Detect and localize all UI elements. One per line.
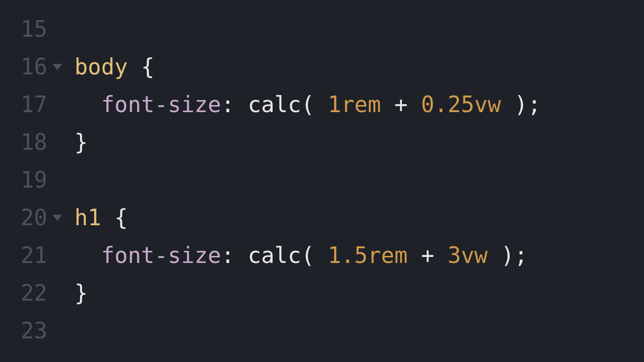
line-number-value: 23: [21, 318, 47, 343]
code-token: [314, 92, 328, 117]
code-token: 1: [328, 92, 341, 117]
code-token: vw: [474, 92, 501, 117]
code-token: rem: [368, 242, 408, 268]
code-token: (: [301, 242, 314, 268]
code-token: [501, 92, 515, 117]
code-token: [408, 242, 421, 268]
line-number: 16: [0, 48, 65, 85]
line-number-value: 22: [21, 280, 47, 306]
code-token: +: [421, 242, 435, 268]
code-token: body: [74, 54, 128, 79]
code-token: (: [301, 92, 314, 117]
code-line-content[interactable]: h1 {: [74, 207, 128, 229]
code-token: h1: [74, 205, 101, 230]
line-number: 19: [0, 161, 65, 199]
code-token: {: [141, 54, 154, 79]
code-token: [74, 242, 101, 268]
code-token: [234, 242, 248, 268]
code-token: }: [74, 129, 88, 155]
code-editor[interactable]: 151617181920212223 body { font-size: cal…: [0, 0, 644, 362]
code-token: ;: [514, 242, 528, 268]
code-line[interactable]: }: [74, 123, 644, 161]
code-line[interactable]: font-size: calc( 1.5rem + 3vw );: [74, 236, 644, 274]
code-token: }: [74, 280, 88, 306]
code-token: 3: [448, 242, 461, 268]
code-token: {: [114, 205, 128, 230]
code-token: calc: [248, 92, 301, 117]
fold-chevron-down-icon[interactable]: [52, 64, 62, 70]
line-number-value: 19: [21, 167, 47, 193]
line-number: 21: [0, 236, 65, 274]
code-token: rem: [341, 92, 381, 117]
code-token: [434, 242, 448, 268]
code-token: [381, 92, 394, 117]
line-number: 17: [0, 85, 65, 123]
code-line-content[interactable]: }: [74, 131, 88, 153]
code-area[interactable]: body { font-size: calc( 1rem + 0.25vw );…: [65, 10, 644, 362]
code-token: font-size: [101, 92, 221, 117]
code-line[interactable]: [74, 312, 644, 349]
code-token: ): [501, 242, 515, 268]
code-token: [101, 205, 115, 230]
code-token: ;: [528, 92, 541, 117]
code-line-content[interactable]: font-size: calc( 1rem + 0.25vw );: [74, 94, 541, 116]
line-number-value: 21: [21, 242, 47, 268]
code-line[interactable]: font-size: calc( 1rem + 0.25vw );: [74, 85, 644, 123]
code-token: [74, 92, 101, 117]
code-token: vw: [461, 242, 488, 268]
code-token: [234, 92, 248, 117]
code-token: font-size: [101, 242, 221, 268]
code-line[interactable]: body {: [74, 48, 644, 85]
code-token: +: [394, 92, 408, 117]
code-line-content[interactable]: font-size: calc( 1.5rem + 3vw );: [74, 244, 528, 266]
line-number: 22: [0, 274, 65, 312]
code-token: 0.25: [421, 92, 474, 117]
line-number: 23: [0, 312, 65, 349]
code-line[interactable]: [74, 10, 644, 48]
code-token: [488, 242, 501, 268]
line-number: 15: [0, 10, 65, 48]
code-token: calc: [248, 242, 301, 268]
code-token: :: [221, 92, 234, 117]
code-line-content[interactable]: }: [74, 282, 88, 304]
line-number: 18: [0, 123, 65, 161]
code-token: ): [514, 92, 528, 117]
line-number-value: 15: [21, 16, 47, 42]
code-line-content[interactable]: body {: [74, 56, 154, 78]
code-token: [128, 54, 141, 79]
code-token: [408, 92, 421, 117]
fold-chevron-down-icon[interactable]: [52, 215, 62, 221]
code-token: [314, 242, 328, 268]
line-number-value: 18: [21, 129, 47, 155]
code-token: :: [221, 242, 234, 268]
code-line[interactable]: h1 {: [74, 199, 644, 236]
code-line[interactable]: [74, 161, 644, 199]
line-number: 20: [0, 199, 65, 236]
line-number-value: 20: [21, 205, 47, 230]
code-line[interactable]: }: [74, 274, 644, 312]
code-token: 1.5: [328, 242, 367, 268]
line-number-value: 17: [21, 92, 47, 117]
line-number-value: 16: [21, 54, 47, 79]
line-number-gutter: 151617181920212223: [0, 10, 65, 362]
